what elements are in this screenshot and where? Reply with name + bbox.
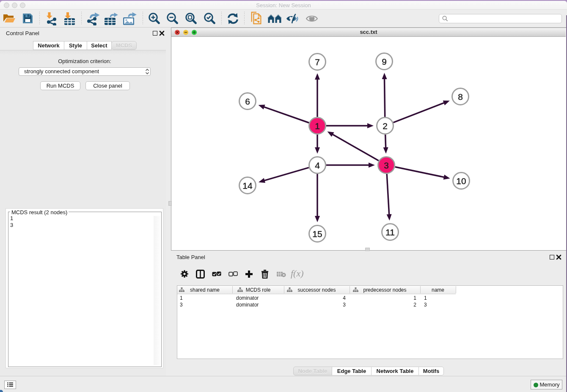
svg-text:14: 14 <box>242 181 253 190</box>
svg-text:9: 9 <box>382 57 387 66</box>
svg-text:11: 11 <box>385 227 395 237</box>
svg-text:4: 4 <box>315 160 320 170</box>
svg-text:7: 7 <box>315 57 320 67</box>
svg-text:6: 6 <box>245 97 250 106</box>
svg-text:8: 8 <box>458 92 463 102</box>
svg-text:10: 10 <box>456 176 466 186</box>
svg-text:2: 2 <box>383 121 388 131</box>
svg-text:15: 15 <box>312 229 322 239</box>
svg-text:3: 3 <box>384 160 389 170</box>
svg-text:1: 1 <box>315 121 320 131</box>
